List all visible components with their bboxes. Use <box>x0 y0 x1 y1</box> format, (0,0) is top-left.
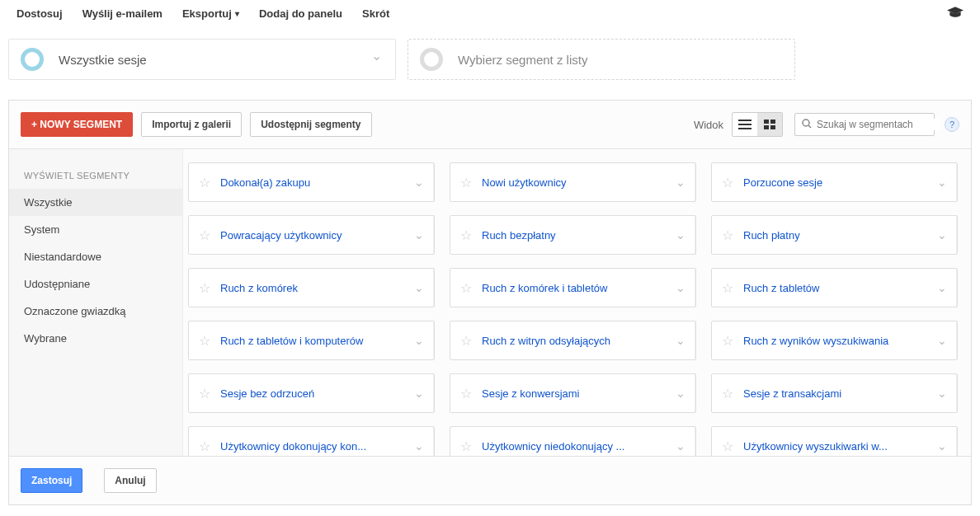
segment-card[interactable]: ☆Sesje z transakcjami⌄ <box>711 373 958 413</box>
segment-card[interactable]: ☆Ruch z tabletów i komputerów⌄ <box>188 321 435 360</box>
apply-button[interactable]: Zastosuj <box>21 468 82 493</box>
segment-label[interactable]: Sesje z konwersjami <box>482 387 671 400</box>
chevron-down-icon[interactable]: ⌄ <box>414 334 424 347</box>
segment-card[interactable]: ☆Ruch płatny⌄ <box>711 215 958 255</box>
segment-label[interactable]: Dokonał(a) zakupu <box>220 176 409 189</box>
menu-add-to-panel[interactable]: Dodaj do panelu <box>259 7 342 20</box>
segment-pill-label: Wybierz segment z listy <box>458 53 587 67</box>
segment-label[interactable]: Ruch z tabletów <box>743 282 932 294</box>
segment-card[interactable]: ☆Użytkownicy dokonujący kon...⌄ <box>188 426 435 456</box>
star-icon[interactable]: ☆ <box>722 228 733 243</box>
segments-grid[interactable]: ☆Dokonał(a) zakupu⌄☆Nowi użytkownicy⌄☆Po… <box>188 162 958 456</box>
chevron-down-icon[interactable]: ⌄ <box>937 228 947 242</box>
chevron-down-icon[interactable]: ⌄ <box>937 387 947 400</box>
star-icon[interactable]: ☆ <box>722 333 733 349</box>
segment-card[interactable]: ☆Użytkownicy niedokonujący ...⌄ <box>450 426 696 456</box>
segment-label[interactable]: Ruch bezpłatny <box>482 229 671 242</box>
segment-card[interactable]: ☆Ruch z komórek i tabletów⌄ <box>450 268 696 307</box>
segment-label[interactable]: Ruch płatny <box>743 229 932 242</box>
chevron-down-icon[interactable]: ⌄ <box>676 176 686 189</box>
segment-label[interactable]: Ruch z witryn odsyłających <box>482 335 671 347</box>
segment-label[interactable]: Użytkownicy dokonujący kon... <box>220 440 409 453</box>
menu-shortcut[interactable]: Skrót <box>362 7 389 20</box>
search-segments[interactable] <box>794 113 935 136</box>
star-icon[interactable]: ☆ <box>199 175 210 190</box>
chevron-down-icon[interactable]: ⌄ <box>676 281 686 294</box>
chevron-down-icon[interactable]: ⌄ <box>937 281 947 294</box>
segment-card[interactable]: ☆Ruch z komórek⌄ <box>188 268 435 307</box>
star-icon[interactable]: ☆ <box>199 228 210 243</box>
star-icon[interactable]: ☆ <box>460 280 472 296</box>
svg-rect-2 <box>764 125 769 129</box>
import-gallery-button[interactable]: Importuj z galerii <box>141 112 242 137</box>
chevron-down-icon[interactable]: ⌄ <box>414 387 424 400</box>
star-icon[interactable]: ☆ <box>199 439 210 454</box>
segment-card[interactable]: ☆Powracający użytkownicy⌄ <box>188 215 435 255</box>
star-icon[interactable]: ☆ <box>199 280 210 296</box>
chevron-down-icon[interactable]: ⌄ <box>414 228 424 242</box>
chevron-down-icon[interactable]: ⌄ <box>414 176 424 189</box>
sidebar-item[interactable]: Udostępniane <box>9 270 182 298</box>
segment-label[interactable]: Porzucone sesje <box>743 176 932 189</box>
segment-card[interactable]: ☆Ruch z witryn odsyłających⌄ <box>450 321 696 360</box>
segment-card[interactable]: ☆Dokonał(a) zakupu⌄ <box>188 162 435 202</box>
segment-label[interactable]: Nowi użytkownicy <box>482 176 671 189</box>
segment-card[interactable]: ☆Sesje bez odrzuceń⌄ <box>188 373 435 413</box>
segment-pill-all-sessions[interactable]: Wszystkie sesje ⌄ <box>8 39 396 80</box>
star-icon[interactable]: ☆ <box>199 333 210 349</box>
segment-card[interactable]: ☆Nowi użytkownicy⌄ <box>450 162 696 202</box>
sidebar-item[interactable]: Niestandardowe <box>9 243 182 270</box>
chevron-down-icon[interactable]: ⌄ <box>937 439 947 453</box>
chevron-down-icon[interactable]: ⌄ <box>937 176 947 189</box>
segment-card[interactable]: ☆Ruch bezpłatny⌄ <box>450 215 696 255</box>
chevron-down-icon[interactable]: ⌄ <box>676 334 686 347</box>
sidebar-item[interactable]: System <box>9 216 182 243</box>
list-view-button[interactable] <box>733 113 757 136</box>
segment-pill-choose[interactable]: Wybierz segment z listy <box>408 39 795 80</box>
search-icon <box>802 119 812 131</box>
grid-view-button[interactable] <box>757 113 782 136</box>
star-icon[interactable]: ☆ <box>460 228 472 243</box>
segment-card[interactable]: ☆Użytkownicy wyszukiwarki w...⌄ <box>711 426 958 456</box>
chevron-down-icon[interactable]: ⌄ <box>676 387 686 400</box>
star-icon[interactable]: ☆ <box>460 386 472 401</box>
segment-card[interactable]: ☆Porzucone sesje⌄ <box>711 162 958 202</box>
star-icon[interactable]: ☆ <box>722 280 733 296</box>
star-icon[interactable]: ☆ <box>722 439 733 454</box>
segment-label[interactable]: Użytkownicy niedokonujący ... <box>482 440 671 453</box>
menu-export[interactable]: Eksportuj▾ <box>182 7 239 20</box>
help-icon[interactable]: ? <box>945 117 959 132</box>
new-segment-button[interactable]: + NOWY SEGMENT <box>21 112 133 137</box>
segment-label[interactable]: Sesje bez odrzuceń <box>220 387 409 400</box>
star-icon[interactable]: ☆ <box>460 175 472 190</box>
chevron-down-icon[interactable]: ⌄ <box>414 439 424 453</box>
segment-label[interactable]: Ruch z wyników wyszukiwania <box>743 335 932 347</box>
segment-label[interactable]: Ruch z tabletów i komputerów <box>220 335 409 347</box>
education-icon[interactable] <box>947 7 964 21</box>
sidebar-item[interactable]: Wszystkie <box>9 189 182 216</box>
segment-label[interactable]: Ruch z komórek i tabletów <box>482 282 671 294</box>
search-input[interactable] <box>817 119 940 130</box>
share-segments-button[interactable]: Udostępnij segmenty <box>250 112 371 137</box>
chevron-down-icon[interactable]: ⌄ <box>676 228 686 242</box>
segment-label[interactable]: Powracający użytkownicy <box>220 229 409 242</box>
chevron-down-icon[interactable]: ⌄ <box>414 281 424 294</box>
sidebar-item[interactable]: Wybrane <box>9 325 182 352</box>
segment-card[interactable]: ☆Ruch z tabletów⌄ <box>711 268 958 307</box>
segment-card[interactable]: ☆Sesje z konwersjami⌄ <box>450 373 696 413</box>
star-icon[interactable]: ☆ <box>722 175 733 190</box>
menu-customize[interactable]: Dostosuj <box>16 7 63 20</box>
star-icon[interactable]: ☆ <box>199 386 210 401</box>
star-icon[interactable]: ☆ <box>460 439 472 454</box>
segment-label[interactable]: Sesje z transakcjami <box>743 387 932 400</box>
star-icon[interactable]: ☆ <box>722 386 733 401</box>
segment-card[interactable]: ☆Ruch z wyników wyszukiwania⌄ <box>711 321 958 360</box>
segment-label[interactable]: Użytkownicy wyszukiwarki w... <box>743 440 932 453</box>
sidebar-item[interactable]: Oznaczone gwiazdką <box>9 298 182 325</box>
menu-email[interactable]: Wyślij e-mailem <box>82 7 163 20</box>
chevron-down-icon[interactable]: ⌄ <box>937 334 947 347</box>
segment-label[interactable]: Ruch z komórek <box>220 282 409 294</box>
chevron-down-icon[interactable]: ⌄ <box>676 439 686 453</box>
cancel-button[interactable]: Anuluj <box>104 468 156 493</box>
star-icon[interactable]: ☆ <box>460 333 472 349</box>
